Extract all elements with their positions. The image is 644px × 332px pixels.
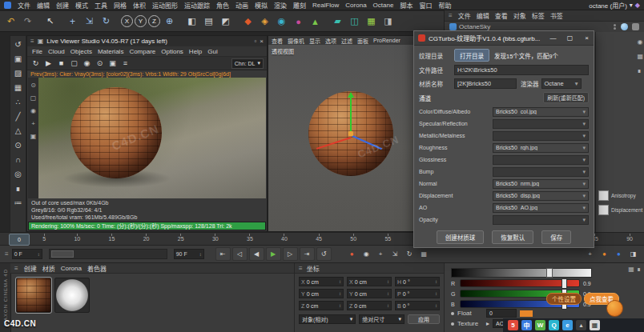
menu-item[interactable]: 运动跟踪 (184, 1, 210, 10)
next-frame-button[interactable]: ▷ (283, 247, 298, 261)
spinner-icon[interactable]: ↕ (387, 303, 389, 308)
live-viewer-titlebar[interactable]: ≡ ▣ Live Viewer Studio V4.05-R7 (17 days… (27, 36, 267, 46)
menu-item[interactable]: 渲染 (274, 1, 287, 10)
camera-lock-icon[interactable]: ▣ (107, 58, 118, 68)
current-frame-marker[interactable]: 0 (9, 234, 30, 246)
channel-displacement[interactable]: Displacement (598, 205, 642, 215)
coordinate-field[interactable]: Z 0 cm ↕ (347, 301, 392, 310)
loop-button[interactable]: ↺ (316, 247, 332, 261)
viewport-menu-item[interactable]: 过滤 (341, 37, 352, 45)
lock-icon[interactable]: ∎ (637, 67, 643, 74)
end-frame-field[interactable]: 90 F ↕ (174, 249, 204, 259)
gizmo-center-handle[interactable] (348, 131, 353, 136)
octane-object-icon[interactable]: ▲ (308, 14, 323, 29)
range-handle[interactable] (51, 250, 74, 258)
spinner-icon[interactable]: ↕ (339, 303, 341, 308)
octane-sky-tag-icon[interactable] (621, 23, 628, 30)
spinner-icon[interactable]: ↕ (435, 291, 437, 296)
channel-texture-field[interactable]: ▾ (493, 215, 589, 225)
hamburger-icon[interactable]: ≡ (30, 38, 34, 45)
menu-item[interactable]: 脚本 (400, 1, 413, 10)
octane-material-icon[interactable]: ● (291, 14, 306, 29)
lv-settings-icon[interactable]: ≡ (120, 58, 131, 68)
preview-range-slider[interactable] (49, 249, 167, 259)
menu-item[interactable]: 角色 (216, 1, 229, 10)
param-dot-icon[interactable] (451, 312, 454, 315)
live-viewer-menu-item[interactable]: Compare (129, 48, 155, 55)
menu-item[interactable]: 工具 (95, 1, 107, 10)
layout-icon[interactable]: ◨ (380, 14, 396, 29)
create-material-button[interactable]: 创建材质球 (437, 230, 485, 244)
workplane-mode-icon[interactable]: ▦ (12, 82, 24, 93)
spinner-icon[interactable]: ↕ (199, 252, 202, 257)
channel-select[interactable]: Chn: DL ▾ (231, 58, 264, 69)
menu-item[interactable]: 网格 (114, 1, 127, 10)
object-manager-menu-item[interactable]: 标签 (532, 11, 545, 20)
grid-icon[interactable]: ▦ (637, 53, 643, 60)
refresh-button[interactable]: 刷新(重新匹配) (543, 92, 589, 103)
channel-texture-field[interactable]: ▾ (493, 131, 589, 141)
spinner-icon[interactable]: ↕ (38, 252, 40, 257)
live-viewer-menu-item[interactable]: Cloud (48, 48, 65, 55)
menu-item[interactable]: 创建 (56, 1, 69, 10)
viewport-menu-item[interactable]: 显示 (309, 37, 320, 45)
coordinate-system-icon[interactable]: ⊕ (162, 14, 177, 29)
channel-texture-field[interactable]: ▾ (493, 155, 589, 165)
layout-selector[interactable]: octane (用户) ▾ ◆ (589, 1, 640, 10)
octane-tag-icon[interactable] (632, 23, 639, 30)
expand-icon[interactable]: ▸ (486, 320, 489, 327)
separator[interactable] (324, 14, 328, 29)
close-icon[interactable]: × (260, 38, 264, 45)
play-icon[interactable]: ▶ (43, 58, 54, 68)
live-viewer-menu-item[interactable]: Objects (70, 48, 92, 55)
wechat-icon[interactable]: W (535, 320, 545, 330)
texture-thumb[interactable] (598, 205, 609, 215)
hamburger-icon[interactable]: ≡ (299, 265, 303, 272)
layers-icon[interactable]: ≔ (12, 197, 24, 208)
octane-dialog-icon[interactable]: ◆ (240, 14, 256, 29)
lv-zoom-icon[interactable]: + (31, 120, 35, 127)
record-rotation-icon[interactable]: ↻ (404, 248, 416, 260)
lock-icon[interactable]: ∎ (12, 182, 24, 194)
object-manager-menu-item[interactable]: 编辑 (477, 11, 489, 20)
start-frame-field[interactable]: 0 F ↕ (12, 249, 42, 259)
separator[interactable] (115, 14, 119, 29)
lv-camera-icon[interactable]: ▣ (30, 133, 37, 140)
separator[interactable] (179, 14, 183, 29)
lv-region-icon[interactable]: ▢ (30, 94, 37, 102)
coordinate-field[interactable]: B 0 ° ↕ (395, 301, 440, 310)
object-name[interactable]: OctaneSky (459, 23, 490, 30)
modeling-icon[interactable]: ▦ (364, 14, 379, 29)
grid-icon[interactable]: ▦ (628, 266, 634, 273)
coordinate-field[interactable]: Z 0 cm ↕ (299, 301, 344, 310)
panel-toggle-icon[interactable]: ◨ (627, 248, 639, 260)
edge-icon[interactable]: e (562, 320, 573, 330)
material-menu-item[interactable]: 创建 (24, 264, 37, 273)
texture-thumb[interactable] (598, 190, 609, 201)
menu-item[interactable]: 模式 (75, 1, 88, 10)
coordinate-mode-select[interactable]: 对象(相对) ▾ (299, 314, 356, 324)
save-button[interactable]: 保存 (541, 230, 571, 244)
size-mode-select[interactable]: 绝对尺寸 ▾ (359, 314, 405, 324)
hamburger-icon[interactable]: ≡ (5, 250, 9, 258)
render-settings-icon[interactable]: ◩ (218, 14, 233, 29)
viewport-menu-item[interactable]: 选项 (325, 37, 336, 45)
live-selection-icon[interactable]: ↖ (42, 14, 58, 29)
maximize-button[interactable]: ▢ (563, 31, 577, 45)
marker-orange-icon[interactable]: ● (598, 248, 610, 260)
minimize-button[interactable]: — (546, 31, 560, 45)
record-parameter-icon[interactable]: ▦ (418, 248, 430, 260)
add-keyframe-icon[interactable]: + (584, 248, 596, 260)
make-editable-icon[interactable]: ↺ (12, 38, 24, 50)
hamburger-icon[interactable]: ≡ (14, 265, 18, 272)
viewport-menu-item[interactable]: 面板 (357, 37, 368, 45)
path-field[interactable]: H:\2K\Bricks50 (454, 65, 589, 75)
material-menu-item[interactable]: 材质 (42, 264, 55, 273)
menu-item[interactable]: 模拟 (255, 1, 268, 10)
scale-icon[interactable]: ⇲ (82, 14, 97, 29)
reset-default-button[interactable]: 恢复默认 (492, 230, 533, 244)
lock-icon[interactable]: ∎ (637, 266, 641, 273)
pick-material-icon[interactable]: ◉ (82, 58, 92, 68)
node-preview-icon[interactable]: ◉ (637, 38, 643, 46)
menu-item[interactable]: 文件 (18, 1, 30, 10)
